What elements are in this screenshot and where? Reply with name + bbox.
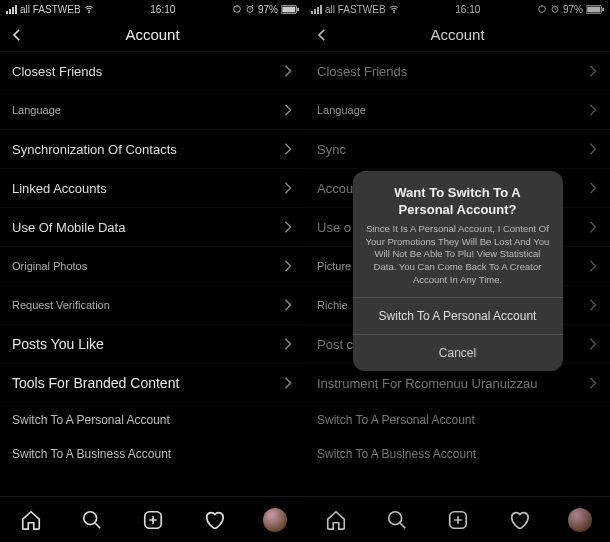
item-language[interactable]: Language bbox=[0, 91, 305, 130]
label: Switch To A Business Account bbox=[12, 447, 171, 461]
item-linked-accounts[interactable]: Linked Accounts bbox=[0, 169, 305, 208]
item-posts-you-like[interactable]: Posts You Like bbox=[0, 325, 305, 364]
chevron-right-icon bbox=[283, 103, 293, 117]
label: Use Of Mobile Data bbox=[12, 220, 125, 235]
item-tools-branded[interactable]: Tools For Branded Content bbox=[0, 364, 305, 403]
search-icon[interactable] bbox=[80, 508, 104, 532]
item-request-verification[interactable]: Request Verification bbox=[0, 286, 305, 325]
label: Linked Accounts bbox=[12, 181, 107, 196]
label: Request Verification bbox=[12, 299, 110, 311]
svg-rect-5 bbox=[297, 7, 299, 10]
status-bar: all FASTWEB 16:10 97% bbox=[0, 0, 305, 18]
signal-icon bbox=[6, 5, 17, 14]
settings-list: Closest Friends Language Synchronization… bbox=[0, 52, 305, 496]
header: Account bbox=[0, 18, 305, 52]
battery-icon bbox=[281, 5, 299, 14]
chevron-right-icon bbox=[283, 259, 293, 273]
switch-account-dialog: Want To Switch To A Personal Account? Si… bbox=[353, 171, 563, 371]
chevron-right-icon bbox=[283, 337, 293, 351]
chevron-right-icon bbox=[283, 298, 293, 312]
page-title: Account bbox=[0, 26, 305, 43]
chevron-right-icon bbox=[283, 142, 293, 156]
battery-pct: 97% bbox=[258, 4, 278, 15]
alarm-icon bbox=[245, 4, 255, 14]
phone-left: all FASTWEB 16:10 97% Account Closest Fr… bbox=[0, 0, 305, 542]
label: Tools For Branded Content bbox=[12, 375, 179, 391]
dialog-cancel-button[interactable]: Cancel bbox=[353, 334, 563, 371]
label: Synchronization Of Contacts bbox=[12, 142, 177, 157]
label: Switch To A Personal Account bbox=[12, 413, 170, 427]
chevron-right-icon bbox=[283, 376, 293, 390]
item-closest-friends[interactable]: Closest Friends bbox=[0, 52, 305, 91]
back-icon[interactable] bbox=[8, 26, 26, 44]
chevron-right-icon bbox=[283, 181, 293, 195]
dialog-confirm-button[interactable]: Switch To A Personal Account bbox=[353, 297, 563, 334]
label: Original Photos bbox=[12, 260, 87, 272]
label: Closest Friends bbox=[12, 64, 102, 79]
chevron-right-icon bbox=[283, 64, 293, 78]
svg-rect-4 bbox=[282, 6, 295, 12]
carrier-label: all FASTWEB bbox=[20, 4, 81, 15]
item-mobile-data[interactable]: Use Of Mobile Data bbox=[0, 208, 305, 247]
status-time: 16:10 bbox=[150, 4, 175, 15]
item-original-photos[interactable]: Original Photos bbox=[0, 247, 305, 286]
item-switch-business[interactable]: Switch To A Business Account bbox=[0, 437, 305, 471]
item-switch-personal[interactable]: Switch To A Personal Account bbox=[0, 403, 305, 437]
heart-icon[interactable] bbox=[202, 508, 226, 532]
add-icon[interactable] bbox=[141, 508, 165, 532]
dialog-title: Want To Switch To A Personal Account? bbox=[353, 171, 563, 223]
chevron-right-icon bbox=[283, 220, 293, 234]
dialog-body: Since It Is A Personal Account, I Conten… bbox=[353, 223, 563, 297]
svg-point-0 bbox=[88, 12, 89, 13]
label: Language bbox=[12, 104, 61, 116]
svg-point-6 bbox=[83, 511, 96, 524]
modal-overlay: Want To Switch To A Personal Account? Si… bbox=[305, 0, 610, 542]
tab-bar bbox=[0, 496, 305, 542]
home-icon[interactable] bbox=[19, 508, 43, 532]
orientation-icon bbox=[232, 4, 242, 14]
profile-avatar[interactable] bbox=[263, 508, 287, 532]
label: Posts You Like bbox=[12, 336, 104, 352]
wifi-icon bbox=[84, 4, 94, 14]
item-sync-contacts[interactable]: Synchronization Of Contacts bbox=[0, 130, 305, 169]
phone-right: all FASTWEB 16:10 97% Account Closest Fr… bbox=[305, 0, 610, 542]
